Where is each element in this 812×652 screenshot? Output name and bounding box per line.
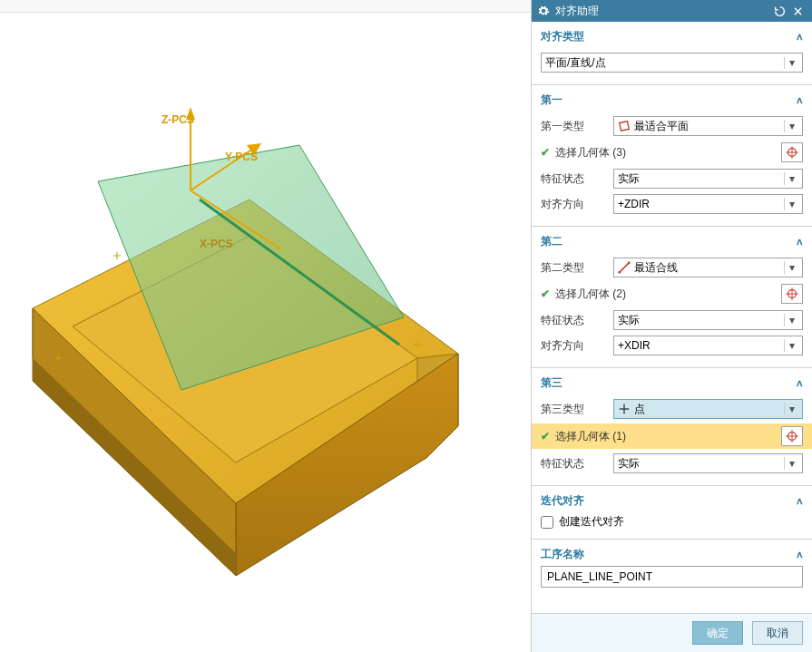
section-second: 第二 ᴧ 第二类型 最适合线 ▾ (532, 227, 812, 368)
chevron-down-icon: ▾ (784, 314, 798, 326)
align-type-select[interactable]: 平面/直线/点 ▾ (541, 53, 803, 73)
chevron-up-icon: ᴧ (797, 236, 803, 248)
panel-titlebar: 对齐助理 (532, 0, 812, 22)
first-type-label: 第一类型 (541, 119, 613, 134)
reset-icon[interactable] (770, 2, 788, 20)
second-type-label: 第二类型 (541, 260, 613, 276)
iterative-checkbox-label: 创建迭代对齐 (559, 514, 624, 530)
second-dir-select[interactable]: +XDIR ▾ (613, 336, 803, 355)
svg-marker-21 (620, 122, 630, 131)
chevron-down-icon: ▾ (784, 261, 798, 274)
first-dir-label: 对齐方向 (541, 197, 613, 212)
first-type-select[interactable]: 最适合平面 ▾ (613, 116, 803, 136)
section-first: 第一 ᴧ 第一类型 最适合平面 ▾ (532, 85, 812, 227)
section-align-type: 对齐类型 ᴧ 平面/直线/点 ▾ (532, 22, 812, 85)
section-header-iterative[interactable]: 迭代对齐 ᴧ (541, 490, 803, 512)
model-render (0, 0, 531, 652)
chevron-up-icon: ᴧ (797, 94, 803, 106)
close-icon[interactable] (788, 2, 807, 20)
chevron-down-icon: ▾ (784, 403, 798, 415)
plane-icon (618, 120, 631, 132)
axis-label-y: Y-PCS (225, 151, 258, 163)
chevron-down-icon: ▾ (784, 339, 798, 352)
chevron-up-icon: ᴧ (797, 31, 803, 43)
panel-title: 对齐助理 (555, 4, 599, 19)
chevron-up-icon: ᴧ (797, 377, 803, 389)
target-icon[interactable] (781, 284, 803, 304)
svg-point-27 (628, 261, 631, 264)
chevron-up-icon: ᴧ (797, 549, 803, 560)
section-header-align-type[interactable]: 对齐类型 ᴧ (541, 25, 803, 48)
process-name-input[interactable] (541, 566, 803, 588)
chevron-up-icon: ᴧ (797, 495, 803, 507)
first-geometry-row[interactable]: ✔ 选择几何体 (3) (541, 141, 803, 164)
target-icon[interactable] (781, 142, 803, 162)
axis-label-x: X-PCS (200, 238, 233, 250)
viewport-3d[interactable]: Z-PCS Y-PCS X-PCS (0, 0, 531, 652)
point-icon (618, 403, 631, 415)
chevron-down-icon: ▾ (784, 56, 798, 69)
iterative-checkbox[interactable] (541, 516, 553, 529)
first-feat-select[interactable]: 实际 ▾ (613, 169, 803, 189)
gear-icon[interactable] (537, 5, 550, 17)
chevron-down-icon: ▾ (784, 457, 798, 470)
axis-label-z: Z-PCS (161, 113, 194, 126)
svg-line-25 (620, 263, 630, 273)
chevron-down-icon: ▾ (784, 120, 798, 132)
first-feat-label: 特征状态 (541, 171, 613, 187)
third-feat-select[interactable]: 实际 ▾ (613, 453, 803, 473)
second-type-select[interactable]: 最适合线 ▾ (613, 258, 803, 277)
check-icon: ✔ (541, 146, 550, 159)
third-type-label: 第三类型 (541, 402, 613, 417)
third-geometry-row[interactable]: ✔ 选择几何体 (1) (532, 423, 812, 449)
target-icon[interactable] (781, 426, 803, 446)
second-feat-label: 特征状态 (541, 313, 613, 328)
chevron-down-icon: ▾ (784, 198, 798, 210)
first-dir-select[interactable]: +ZDIR ▾ (613, 194, 803, 214)
section-header-third[interactable]: 第三 ᴧ (541, 372, 803, 394)
section-iterative: 迭代对齐 ᴧ 创建迭代对齐 (532, 486, 812, 540)
svg-point-26 (618, 271, 621, 274)
third-type-select[interactable]: 点 ▾ (613, 399, 803, 419)
panel-footer: 确定 取消 (532, 613, 812, 652)
section-header-second[interactable]: 第二 ᴧ (541, 230, 803, 253)
cancel-button[interactable]: 取消 (752, 621, 803, 645)
side-panel: 对齐助理 对齐类型 ᴧ 平面/直线/点 ▾ (531, 0, 812, 652)
section-third: 第三 ᴧ 第三类型 点 ▾ (532, 368, 812, 486)
ok-button[interactable]: 确定 (692, 621, 743, 645)
third-feat-label: 特征状态 (541, 456, 613, 472)
section-process-name: 工序名称 ᴧ (532, 540, 812, 595)
second-dir-label: 对齐方向 (541, 338, 613, 354)
section-header-process-name[interactable]: 工序名称 ᴧ (541, 543, 803, 566)
chevron-down-icon: ▾ (784, 172, 798, 185)
second-geometry-row[interactable]: ✔ 选择几何体 (2) (541, 282, 803, 306)
check-icon: ✔ (541, 430, 550, 443)
second-feat-select[interactable]: 实际 ▾ (613, 310, 803, 330)
line-icon (618, 261, 631, 274)
check-icon: ✔ (541, 287, 550, 300)
section-header-first[interactable]: 第一 ᴧ (541, 89, 803, 112)
